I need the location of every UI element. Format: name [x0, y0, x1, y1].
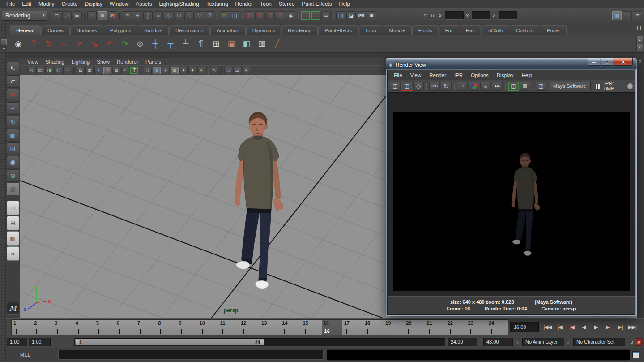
shelf-tab[interactable]: Toon	[358, 25, 382, 35]
timeline-frame[interactable]: 17	[342, 320, 363, 335]
input-connections-icon[interactable]: →	[301, 11, 310, 20]
attribute-editor-icon[interactable]: ≡	[633, 11, 642, 20]
shelf-tab[interactable]: Curves	[41, 25, 70, 35]
paint-select-tool-icon[interactable]: ⊘	[7, 89, 19, 101]
timeline-frame[interactable]: 3	[53, 320, 73, 335]
select-component-icon[interactable]: ◩	[108, 11, 117, 20]
timeline-frame[interactable]: 13	[260, 320, 280, 335]
menu-item[interactable]: File	[3, 1, 18, 7]
render-view-menu-item[interactable]: IPR	[450, 73, 467, 78]
character-set-field[interactable]: No Character Set	[573, 338, 625, 346]
workspace-splitter-rail[interactable]	[0, 23, 6, 362]
keying-mode-icon[interactable]: ─o	[627, 339, 633, 345]
menu-item[interactable]: Edit	[18, 1, 35, 7]
render-view-titlebar[interactable]: ◈ Render View — □ ×	[387, 60, 635, 70]
menu-item[interactable]: Stereo	[275, 1, 298, 7]
panel-compass-icon[interactable]: ◇	[54, 67, 62, 74]
command-language-button[interactable]: MEL	[20, 352, 30, 358]
panel-snap-icon[interactable]: +	[63, 67, 71, 74]
move-tool-icon[interactable]: +	[7, 102, 19, 115]
rgb-channels-icon[interactable]: ●	[469, 82, 479, 91]
channel-box-icon[interactable]: ▥	[612, 11, 622, 20]
close-button[interactable]: ×	[614, 58, 633, 66]
timeline-frame[interactable]: 18	[363, 320, 384, 335]
timeline-frame[interactable]: 19	[384, 320, 404, 335]
shelf-tab[interactable]: Surfaces	[70, 25, 103, 35]
soft-modification-icon[interactable]: ◉	[7, 156, 19, 168]
select-component-shelf-icon[interactable]: ▦	[254, 36, 269, 52]
shaded-display-icon[interactable]: ●	[94, 67, 102, 74]
shelf-tab[interactable]: Dynamics	[246, 25, 281, 35]
default-material-icon[interactable]: ◇	[144, 67, 152, 74]
playblast-icon[interactable]: ◉	[11, 36, 26, 52]
timeline-frame[interactable]: 4	[74, 320, 94, 335]
shelf-tab[interactable]: Hair	[460, 25, 482, 35]
open-render-view-icon[interactable]: ◫	[336, 11, 345, 20]
outliner-persp-layout-icon[interactable]: ▥	[7, 231, 19, 246]
hypergraph-icon[interactable]: ⊞	[209, 36, 224, 52]
dolly-camera-icon[interactable]: ↗	[72, 36, 87, 52]
pause-ipr-button[interactable]	[596, 84, 600, 89]
range-slider-bar[interactable]: 1 24	[75, 339, 264, 345]
parameter-tool-icon[interactable]: ┬	[163, 36, 178, 52]
snap-to-grid-icon[interactable]: Ω	[245, 11, 254, 20]
show-manipulator-icon[interactable]: ⊕	[7, 169, 19, 182]
play-forwards-button[interactable]: ▶	[590, 320, 601, 334]
snap-to-point-icon[interactable]: Ω	[265, 11, 275, 20]
mask-misc-icon[interactable]: ∵	[195, 11, 204, 20]
timeline-frame[interactable]: 8	[156, 320, 177, 335]
x-input[interactable]	[445, 11, 464, 20]
step-back-frame-button[interactable]: | ◀	[566, 320, 577, 334]
snap-to-curve-icon[interactable]: Ω	[255, 11, 264, 20]
playback-end-input[interactable]: 24.00	[448, 338, 477, 346]
anim-layer-menu-icon[interactable]: ▽	[516, 340, 519, 345]
open-render-settings-icon[interactable]: ◫	[508, 82, 519, 91]
render-view-menu-item[interactable]: Display	[493, 73, 518, 78]
scale-tool-icon[interactable]: ▣	[7, 129, 19, 142]
help-shelf-icon[interactable]: ?	[26, 36, 41, 52]
script-editor-icon[interactable]	[632, 351, 639, 358]
select-object-icon[interactable]: ■	[98, 11, 107, 20]
rotate-tool-icon[interactable]: ↻	[7, 116, 19, 128]
zoom-ratio-label[interactable]: 1:1	[492, 82, 503, 91]
panel-menu-item[interactable]: Show	[93, 59, 113, 65]
render-current-frame-icon[interactable]: ◪	[346, 11, 356, 20]
timeline-frame[interactable]: 11	[218, 320, 239, 335]
timeline-frame[interactable]: 16 16	[322, 320, 342, 335]
step-back-key-button[interactable]: |◀	[554, 320, 565, 334]
vp-multi-pane-icon[interactable]: ⊡	[233, 67, 241, 74]
panel-menu-item[interactable]: Panels	[142, 59, 165, 65]
redo-icon[interactable]: ↷	[117, 36, 132, 52]
current-time-input[interactable]: 16.00	[510, 322, 539, 332]
timeline-frame[interactable]: 2	[32, 320, 53, 335]
mask-polygons-icon[interactable]: ◇	[164, 11, 173, 20]
character-model[interactable]	[218, 109, 292, 293]
mask-curves-icon[interactable]: ∫	[143, 11, 153, 20]
menu-item[interactable]: Toon	[256, 1, 275, 7]
texture-display-icon[interactable]: T	[130, 67, 138, 74]
menu-item[interactable]: Window	[106, 1, 132, 7]
mask-surfaces-icon[interactable]: ≈	[154, 11, 163, 20]
two-sided-icon[interactable]: ◐	[121, 67, 129, 74]
construction-history-icon[interactable]: ▤	[321, 11, 331, 20]
wireframe-display-icon[interactable]: ○	[103, 67, 111, 74]
grid-toggle-icon[interactable]: ⊞	[77, 67, 85, 74]
lasso-tool-icon[interactable]: ⊂	[7, 75, 19, 88]
render-view-menu-item[interactable]: Render	[425, 73, 450, 78]
menu-item[interactable]: Help	[336, 1, 354, 7]
mask-lattice-icon[interactable]: ⊞	[174, 11, 183, 20]
distance-tool-icon[interactable]: ┼	[148, 36, 163, 52]
shelf-tab[interactable]: Fur	[439, 25, 459, 35]
snap-to-plane-icon[interactable]: Ω	[276, 11, 285, 20]
select-object-shelf-icon[interactable]: ◧	[239, 36, 254, 52]
universal-manipulator-icon[interactable]: ⊞	[7, 142, 19, 155]
timeline-frame[interactable]: 21	[425, 320, 445, 335]
vp-share-icon[interactable]: ≺	[242, 67, 250, 74]
track-camera-icon[interactable]: ↔	[56, 36, 72, 52]
menu-item[interactable]: Paint Effects	[298, 1, 335, 7]
menu-item[interactable]: Render	[232, 1, 256, 7]
arc-length-tool-icon[interactable]: ┴	[178, 36, 193, 52]
display-options-icon[interactable]: ◫	[536, 82, 546, 91]
film-gate-icon[interactable]: ▦	[85, 67, 94, 74]
tumble-camera-icon[interactable]: ↻	[41, 36, 56, 52]
